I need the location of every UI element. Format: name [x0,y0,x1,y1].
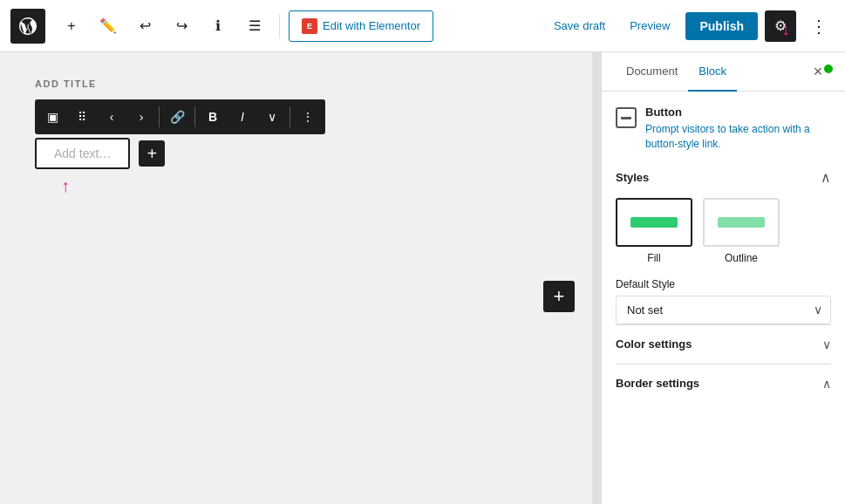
redo-btn[interactable]: ↪ [166,10,197,42]
add-icon: + [67,18,75,34]
gear-icon: ⚙ [774,17,787,34]
block-description: Prompt visitors to take action with a bu… [645,122,831,152]
top-bar: ↓ + ✏️ ↩ ↪ ℹ ☰ E Edit with Elementor Sav… [0,0,845,52]
publish-btn[interactable]: Publish [685,12,758,40]
italic-icon: I [241,110,244,124]
arrow-annotation-up-wrapper: ↑ [61,176,557,196]
default-style-select[interactable]: Not set Fill Outline [616,296,831,324]
block-title: Button [645,106,831,119]
fill-preview-inner [630,217,678,228]
toolbar-separator [279,14,280,38]
more-options-btn[interactable]: ⋮ [803,10,835,42]
color-settings-title: Color settings [616,337,692,351]
outline-preview [703,198,780,247]
button-block-icon [616,107,637,128]
bold-icon: B [208,110,217,124]
add-after-btn[interactable]: + [139,140,165,167]
editor-area: ADD TITLE ▣ ⠿ ‹ › 🔗 B I [0,52,592,504]
pencil-icon: ✏️ [99,17,117,34]
right-panel: Document Block × Button Prompt visitors … [601,52,845,504]
toolbar-separator-3 [290,106,290,127]
block-info-text: Button Prompt visitors to take action wi… [645,106,831,152]
style-options: Fill Outline [616,198,831,264]
more-icon: ⋮ [810,16,828,37]
tab-block-label: Block [698,65,726,78]
arrow-annotation-up: ↑ [61,176,557,196]
add-block-toolbar-btn[interactable]: + [56,10,87,42]
border-settings-chevron-icon: ∧ [822,377,831,391]
outline-preview-inner [718,217,765,228]
edit-elementor-btn[interactable]: E Edit with Elementor [289,10,433,42]
fill-preview [616,198,692,247]
chevron-left-icon: ‹ [110,110,114,124]
top-bar-right: Save draft Preview Publish ⚙ ⋮ [545,10,835,42]
tab-block[interactable]: Block [688,52,737,92]
pencil-btn[interactable]: ✏️ [92,10,124,42]
info-icon: ℹ [215,17,221,34]
elementor-btn-label: Edit with Elementor [323,19,420,32]
redo-icon: ↪ [176,17,187,34]
block-info: Button Prompt visitors to take action wi… [616,106,831,152]
style-fill-option[interactable]: Fill [616,198,692,264]
plus-icon-2: + [554,285,565,308]
editor-scrollbar[interactable] [592,52,601,504]
plus-icon: + [147,144,158,164]
link-icon: 🔗 [170,110,185,124]
elementor-icon: E [302,18,317,34]
more-formatting-btn[interactable]: ∨ [258,103,286,131]
styles-section: Styles ∧ Fill Outline [616,169,831,324]
button-placeholder: Add text… [54,146,111,160]
outline-label: Outline [725,252,758,264]
wordpress-logo[interactable] [10,9,45,44]
toolbar-separator-2 [194,106,195,127]
panel-close-btn[interactable]: × [805,58,831,85]
tools-icon: ☰ [249,17,261,34]
drag-icon: ⠿ [78,110,86,124]
link-btn[interactable]: 🔗 [163,103,191,131]
button-icon-inner [621,117,631,119]
block-type-btn[interactable]: ▣ [38,103,66,131]
undo-icon: ↩ [140,17,151,34]
style-outline-option[interactable]: Outline [703,198,780,264]
block-drag-btn[interactable]: ⠿ [68,103,96,131]
panel-tabs: Document Block × [602,52,845,92]
border-settings-header[interactable]: Border settings ∧ [616,377,831,391]
bold-btn[interactable]: B [199,103,227,131]
save-draft-btn[interactable]: Save draft [545,14,614,37]
block-toolbar: ▣ ⠿ ‹ › 🔗 B I ∨ [35,99,325,134]
button-block[interactable]: Add text… [35,138,130,169]
close-icon: × [814,63,823,81]
default-style-label: Default Style [616,278,831,290]
color-settings-header[interactable]: Color settings ∨ [616,337,831,351]
move-up-btn[interactable]: ‹ [98,103,126,131]
fill-label: Fill [647,252,660,264]
block-more-btn[interactable]: ⋮ [294,103,322,131]
chevron-right-icon: › [140,110,144,124]
ellipsis-icon: ⋮ [302,110,314,124]
color-settings-section: Color settings ∨ [616,324,831,364]
chevron-down-icon: ∨ [268,110,276,124]
styles-title: Styles [616,171,649,184]
tools-btn[interactable]: ☰ [239,10,270,42]
styles-header: Styles ∧ [616,169,831,186]
tab-document[interactable]: Document [616,52,688,92]
block-type-icon: ▣ [47,110,58,124]
preview-btn[interactable]: Preview [621,14,678,37]
button-block-wrapper: Add text… + [35,138,557,169]
move-down-btn[interactable]: › [127,103,155,131]
color-settings-chevron-icon: ∨ [822,337,831,351]
styles-toggle-btn[interactable]: ∧ [821,169,831,186]
add-title-label: ADD TITLE [35,78,557,89]
tab-document-label: Document [626,65,678,78]
border-settings-title: Border settings [616,377,699,390]
toolbar-separator-1 [159,106,160,127]
undo-btn[interactable]: ↩ [129,10,160,42]
border-settings-section: Border settings ∧ [616,364,831,403]
editor-add-btn[interactable]: + [543,281,575,312]
panel-body: Button Prompt visitors to take action wi… [602,92,845,504]
info-btn[interactable]: ℹ [202,10,234,42]
main-layout: ADD TITLE ▣ ⠿ ‹ › 🔗 B I [0,52,845,504]
italic-btn[interactable]: I [228,103,256,131]
default-style-select-wrapper: Not set Fill Outline ∨ [616,296,831,324]
settings-btn[interactable]: ⚙ [765,10,796,42]
